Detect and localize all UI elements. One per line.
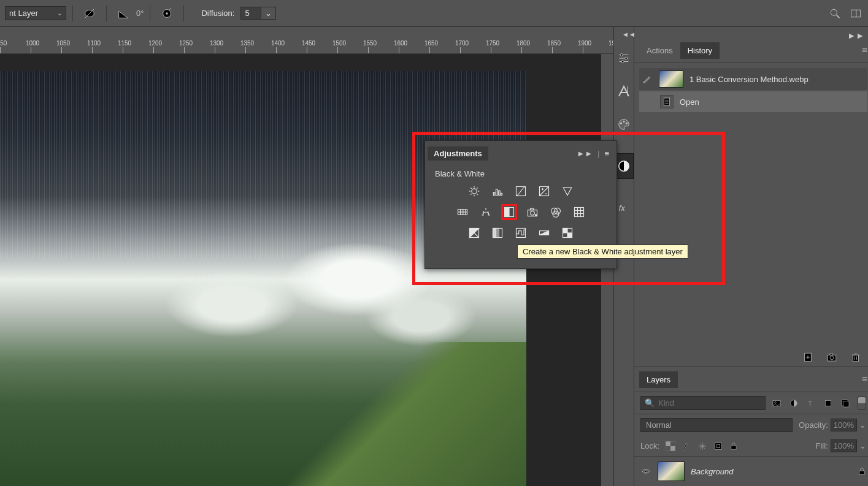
layer-kind-filter[interactable]: 🔍 (640, 396, 766, 410)
history-footer-icons (634, 348, 868, 366)
chevron-down-icon[interactable]: ⌄ (859, 420, 866, 430)
svg-rect-91 (496, 229, 499, 238)
svg-point-16 (620, 123, 622, 124)
lock-artboard-icon[interactable] (713, 441, 723, 451)
svg-point-51 (472, 189, 477, 194)
levels-icon[interactable] (490, 183, 505, 199)
svg-rect-62 (499, 191, 501, 196)
lock-pixels-icon[interactable] (682, 441, 691, 451)
history-step-open[interactable]: Open (639, 91, 867, 112)
type-filter-icon[interactable]: T (806, 398, 817, 408)
layer-row-background[interactable]: Background (634, 456, 868, 486)
hill-overlay (263, 342, 526, 486)
threshold-icon[interactable] (513, 225, 529, 241)
workspace-icon[interactable] (850, 7, 862, 20)
gradient-map-icon[interactable] (536, 225, 552, 241)
angle-icon[interactable] (117, 7, 130, 20)
document-thumb (659, 70, 683, 88)
svg-point-14 (621, 61, 624, 63)
layer-dropdown[interactable]: nt Layer ⌄ (5, 6, 66, 20)
type-icon[interactable] (614, 78, 634, 104)
shape-filter-icon[interactable] (823, 398, 834, 408)
brightness-contrast-icon[interactable] (466, 183, 482, 199)
black-white-icon[interactable] (501, 204, 517, 220)
tab-layers[interactable]: Layers (639, 371, 678, 388)
svg-rect-47 (716, 444, 720, 447)
diffusion-value[interactable]: 5 (240, 7, 261, 20)
svg-rect-96 (567, 233, 572, 238)
opacity-value[interactable]: 100% (831, 419, 857, 431)
photo-filter-icon[interactable] (524, 204, 540, 220)
layer-name: Background (691, 467, 851, 476)
tab-history[interactable]: History (680, 42, 720, 59)
layer-dropdown-label: nt Layer (9, 9, 38, 18)
canvas-area (0, 54, 601, 486)
svg-rect-78 (531, 208, 534, 210)
color-balance-icon[interactable] (478, 204, 494, 220)
history-step-label: Open (680, 97, 699, 107)
tab-actions[interactable]: Actions (639, 42, 680, 59)
history-document-row[interactable]: 1 Basic Conversion Method.webp (639, 68, 867, 90)
new-document-icon[interactable] (802, 352, 813, 363)
camera-icon[interactable] (826, 352, 838, 363)
search-icon[interactable] (829, 7, 841, 20)
no-mask-icon[interactable] (83, 7, 96, 20)
hue-saturation-icon[interactable] (455, 204, 470, 220)
filter-toggle[interactable] (858, 397, 866, 410)
posterize-icon[interactable] (490, 225, 505, 241)
collapse-chevron-icon[interactable]: ◄◄ (613, 31, 644, 38)
svg-rect-43 (666, 441, 670, 446)
separator: | (597, 149, 599, 158)
chevron-down-icon[interactable]: ⌄ (859, 441, 866, 450)
panel-menu-icon[interactable]: ≡ (862, 45, 867, 56)
opacity-label: Opacity: (799, 420, 828, 430)
target-icon[interactable] (160, 7, 174, 20)
vibrance-icon[interactable] (559, 183, 575, 199)
image-filter-icon[interactable] (772, 398, 783, 408)
top-right-tools (829, 0, 862, 27)
color-lookup-icon[interactable] (571, 204, 587, 220)
layers-panel: Layers ≡ 🔍 T Normal Opac (634, 366, 868, 486)
fill-value[interactable]: 100% (831, 439, 857, 452)
history-tab-header: Actions History ≡ (634, 38, 868, 63)
tooltip: Create a new Black & White adjustment la… (517, 245, 688, 259)
adjustment-name: Black & White (435, 169, 607, 178)
separator (183, 6, 184, 21)
lock-label: Lock: (640, 441, 659, 450)
svg-point-18 (626, 123, 628, 124)
separator (106, 6, 107, 21)
kind-input[interactable] (658, 398, 761, 408)
svg-text:T: T (808, 400, 812, 407)
sliders-icon[interactable] (614, 45, 634, 71)
svg-point-49 (645, 470, 647, 473)
lock-all-icon[interactable] (729, 441, 738, 451)
channel-mixer-icon[interactable] (548, 204, 564, 220)
exposure-icon[interactable] (536, 183, 552, 199)
selective-color-icon[interactable] (559, 225, 575, 241)
trash-icon[interactable] (850, 352, 861, 363)
image-canvas[interactable] (0, 71, 526, 486)
panel-menu-icon[interactable]: ≡ (604, 149, 609, 158)
svg-rect-48 (731, 446, 736, 449)
svg-line-4 (169, 7, 172, 10)
expand-chevron-icon[interactable]: ►► (847, 31, 864, 40)
adjustments-title[interactable]: Adjustments (428, 146, 488, 161)
adjustment-filter-icon[interactable] (789, 398, 800, 408)
diffusion-dropdown[interactable]: ⌄ (261, 7, 276, 20)
svg-rect-75 (505, 208, 510, 217)
svg-point-3 (166, 12, 169, 15)
palette-icon[interactable] (614, 112, 634, 137)
curves-icon[interactable] (513, 183, 529, 199)
svg-point-77 (531, 211, 535, 215)
smart-filter-icon[interactable] (840, 398, 851, 408)
lock-position-icon[interactable] (697, 441, 707, 451)
layer-filter-row: 🔍 T (634, 392, 868, 414)
lock-transparency-icon[interactable] (666, 441, 675, 451)
invert-icon[interactable] (466, 225, 482, 241)
collapse-icon[interactable]: ►► (577, 149, 593, 158)
panel-menu-icon[interactable]: ≡ (862, 374, 867, 385)
visibility-icon[interactable] (640, 467, 651, 476)
svg-line-6 (837, 15, 840, 18)
blend-mode-dropdown[interactable]: Normal (640, 418, 793, 432)
search-icon: 🔍 (645, 398, 655, 408)
